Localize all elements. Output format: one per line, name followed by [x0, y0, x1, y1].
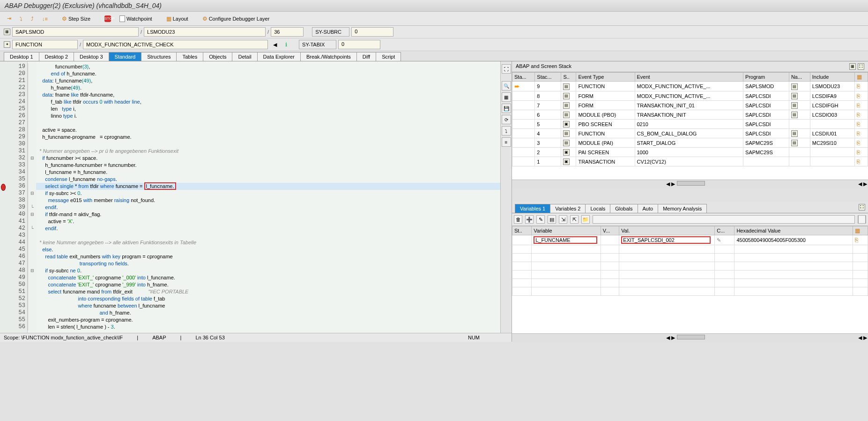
stack-col-header[interactable]: Na... — [789, 73, 810, 82]
window-title: ABAP Debugger(2) (Exclusive) (vhcalhdbdb… — [0, 0, 868, 12]
stack-row[interactable]: 2▣PAI SCREEN1000SAPMC29S⎘ — [512, 148, 868, 157]
tab-standard[interactable]: Standard — [109, 52, 142, 61]
program-field[interactable]: SAPLSMOD — [12, 27, 139, 37]
var-tab-variables-1[interactable]: Variables 1 — [515, 204, 550, 213]
sy-tabix-label: SY-TABIX — [299, 40, 336, 49]
stack-row[interactable]: 4▤FUNCTIONCS_BOM_CALL_DIALOGSAPLCSDI▤LCS… — [512, 129, 868, 138]
variable-row-empty[interactable] — [512, 262, 868, 271]
variable-row-empty[interactable] — [512, 287, 868, 296]
tool-structure-icon[interactable]: ▦ — [502, 92, 511, 102]
context-row-1: ▦ SAPLSMOD / LSMODU23 / 36 SY-SUBRC 0 — [0, 26, 868, 38]
var-tab-memory-analysis[interactable]: Memory Analysis — [658, 204, 707, 213]
var-add-icon[interactable]: ➕ — [525, 215, 534, 224]
stack-col-header[interactable]: Stac... — [535, 73, 561, 82]
tab-objects[interactable]: Objects — [203, 52, 232, 61]
stack-cfg-icon[interactable]: ▦ — [849, 63, 856, 70]
tab-desktop-3[interactable]: Desktop 3 — [74, 52, 109, 61]
program-icon: ▦ — [4, 29, 10, 35]
line-field[interactable]: 36 — [271, 27, 304, 37]
variable-row-empty[interactable] — [512, 271, 868, 279]
sy-tabix-value[interactable]: 0 — [338, 40, 380, 49]
step-into-btn[interactable]: ⇥ — [4, 14, 15, 23]
stack-col-header[interactable]: Sta... — [512, 73, 535, 82]
var-folder-icon[interactable]: 📁 — [581, 215, 590, 224]
stack-row[interactable]: 6▤MODULE (PBO)TRANSAKTION_INITSAPLCSDI▤L… — [512, 110, 868, 120]
tool-list-icon[interactable]: ≡ — [502, 137, 511, 147]
stop-btn[interactable]: STOP — [101, 14, 114, 23]
stack-row[interactable]: ➨9▤FUNCTIONMODX_FUNCTION_ACTIVE_...SAPLS… — [512, 82, 868, 91]
variable-tabs: Variables 1Variables 2LocalsGlobalsAutoM… — [512, 202, 868, 213]
continue-btn[interactable]: ↓≡ — [39, 15, 51, 23]
stack-row[interactable]: 3▤MODULE (PAI)START_DIALOGSAPMC29S▤MC29S… — [512, 138, 868, 148]
status-bar: Scope: \FUNCTION modx_function_active_ch… — [0, 333, 512, 342]
stack-row[interactable]: 5▣PBO SCREEN0210SAPLCSDI⎘ — [512, 120, 868, 129]
stack-table[interactable]: Sta...Stac...S..Event TypeEventProgramNa… — [512, 72, 868, 166]
tool-max-icon[interactable]: ⛶ — [502, 64, 511, 74]
stack-col-header[interactable]: Event — [635, 73, 743, 82]
scope-lang: ABAP — [152, 335, 166, 340]
configure-layer-btn[interactable]: ⚙Configure Debugger Layer — [199, 14, 273, 23]
var-edit-icon[interactable]: ✎ — [536, 215, 545, 224]
tab-structures[interactable]: Structures — [141, 52, 177, 61]
scroll-r2-icon[interactable]: ▶ — [863, 181, 867, 187]
variables-table[interactable]: St..VariableV...Val.C...Hexadecimal Valu… — [512, 226, 868, 296]
scroll-left-icon[interactable]: ◀ — [666, 181, 670, 187]
tab-data-explorer[interactable]: Data Explorer — [257, 52, 301, 61]
tab-diff[interactable]: Diff — [356, 52, 376, 61]
stack-col-header[interactable]: S.. — [561, 73, 576, 82]
tab-detail[interactable]: Detail — [232, 52, 257, 61]
var-save-icon[interactable] — [858, 215, 866, 224]
tool-save-icon[interactable]: 💾 — [502, 104, 511, 113]
layout-btn[interactable]: ▦Layout — [163, 14, 192, 23]
var-tab-auto[interactable]: Auto — [638, 204, 659, 213]
variable-row-empty[interactable] — [512, 279, 868, 287]
var-max-icon[interactable]: ⛶ — [859, 204, 865, 210]
sy-subrc-value[interactable]: 0 — [351, 27, 393, 37]
include-field[interactable]: LSMODU23 — [144, 27, 266, 37]
var-tab-variables-2[interactable]: Variables 2 — [550, 204, 586, 213]
stack-row[interactable]: 8▤FORMMODX_FUNCTION_ACTIVE_...SAPLCSDI▤L… — [512, 91, 868, 101]
step-over-btn[interactable]: ⤵ — [16, 15, 26, 23]
stack-col-header[interactable]: Program — [743, 73, 789, 82]
tab-desktop-2[interactable]: Desktop 2 — [39, 52, 74, 61]
tab-desktop-1[interactable]: Desktop 1 — [4, 52, 39, 61]
code-editor[interactable]: 1920212223242526272829303132333435363738… — [0, 61, 512, 333]
tool-find-icon[interactable]: 🔍 — [502, 81, 511, 90]
var-delete-icon[interactable]: 🗑 — [514, 215, 522, 224]
type-icon: ✦ — [4, 41, 10, 48]
tab-script[interactable]: Script — [376, 52, 401, 61]
context-row-2: ✦ FUNCTION / MODX_FUNCTION_ACTIVE_CHECK … — [0, 38, 868, 51]
var-tab-locals[interactable]: Locals — [585, 204, 610, 213]
nav-back-btn[interactable]: ◀ — [270, 40, 280, 49]
stack-col-header[interactable]: Event Type — [576, 73, 635, 82]
tool-refresh-icon[interactable]: ⟳ — [502, 115, 511, 124]
scope-pos: Ln 36 Col 53 — [195, 335, 224, 340]
scope-mode: NUM — [468, 335, 480, 340]
var-tab-globals[interactable]: Globals — [610, 204, 638, 213]
variable-row-empty[interactable] — [512, 254, 868, 262]
scroll-l2-icon[interactable]: ◀ — [858, 181, 862, 187]
scroll-right-icon[interactable]: ▶ — [671, 181, 675, 187]
main-toolbar: ⇥ ⤵ ⤴ ↓≡ ⚙Step Size STOP Watchpoint ▦Lay… — [0, 12, 868, 26]
variable-toolbar: 🗑 ➕ ✎ ▤ ⇲ ⇱ 📁 — [512, 213, 868, 226]
desktop-tabs: Desktop 1Desktop 2Desktop 3StandardStruc… — [0, 51, 868, 61]
var-collapse-icon[interactable]: ⇱ — [570, 215, 579, 224]
name-field[interactable]: MODX_FUNCTION_ACTIVE_CHECK — [83, 40, 268, 49]
variable-row[interactable]: L_FUNCNAMEEXIT_SAPLCSDI_002✎450058004900… — [512, 235, 868, 245]
type-field[interactable]: FUNCTION — [12, 40, 78, 49]
var-expand-icon[interactable]: ⇲ — [559, 215, 567, 224]
watchpoint-btn[interactable]: Watchpoint — [116, 14, 156, 23]
stack-max-icon[interactable]: ⛶ — [858, 63, 864, 70]
tab-break-watchpoints[interactable]: Break./Watchpoints — [300, 52, 357, 61]
info-btn[interactable]: ℹ — [282, 40, 290, 49]
step-size-btn[interactable]: ⚙Step Size — [59, 14, 94, 23]
step-out-btn[interactable]: ⤴ — [28, 15, 37, 23]
stack-col-header[interactable]: Include — [810, 73, 854, 82]
tab-tables[interactable]: Tables — [176, 52, 203, 61]
tool-step-icon[interactable]: ⤵ — [502, 126, 511, 135]
stack-row[interactable]: 1▣TRANSACTIONCV12(CV12)⎘ — [512, 157, 868, 166]
stack-header: ABAP and Screen Stack ▦ ⛶ — [512, 61, 868, 72]
variable-row-empty[interactable] — [512, 245, 868, 254]
var-copy-icon[interactable]: ▤ — [548, 215, 556, 224]
stack-row[interactable]: 7▤FORMTRANSAKTION_INIT_01SAPLCSDI▤LCSDIF… — [512, 101, 868, 110]
